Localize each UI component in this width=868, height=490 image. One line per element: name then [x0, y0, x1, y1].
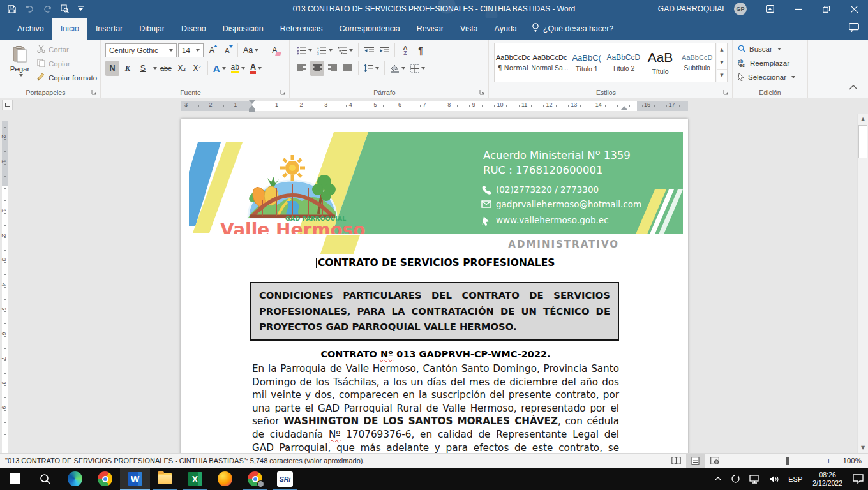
tab-dibujar[interactable]: Dibujar [131, 18, 173, 40]
close-button[interactable] [840, 0, 868, 18]
zoom-slider[interactable]: − + [735, 456, 831, 466]
tab-stop-selector[interactable] [2, 100, 13, 110]
grow-font-button[interactable]: A [205, 43, 219, 58]
cut-button[interactable]: Cortar [37, 43, 97, 56]
zoom-thumb[interactable] [786, 457, 789, 465]
style-titulo-1[interactable]: AaBbC(Título 1 [568, 43, 605, 82]
borders-button[interactable] [408, 61, 427, 76]
style-titulo[interactable]: AaBTítulo [642, 43, 679, 82]
scrollbar-thumb[interactable] [858, 125, 867, 158]
zoom-out-button[interactable]: − [735, 456, 740, 466]
collapse-ribbon-icon[interactable] [849, 81, 858, 93]
print-preview-icon[interactable] [61, 4, 69, 13]
format-painter-button[interactable]: Copiar formato [37, 71, 97, 84]
read-mode-button[interactable] [667, 454, 686, 468]
style-normal[interactable]: AaBbCcDc¶ Normal [495, 43, 532, 82]
network-icon[interactable] [745, 468, 765, 490]
tab-inicio[interactable]: Inicio [52, 18, 87, 40]
tab-ayuda[interactable]: Ayuda [486, 18, 525, 40]
redo-icon[interactable] [43, 5, 52, 13]
zoom-level[interactable]: 100% [837, 457, 862, 464]
tab-correspondencia[interactable]: Correspondencia [331, 18, 408, 40]
print-layout-button[interactable] [686, 454, 705, 468]
decrease-indent-button[interactable] [362, 43, 376, 58]
underline-button[interactable]: S [136, 61, 150, 76]
scroll-down-arrow[interactable]: ▼ [858, 442, 868, 453]
tell-me-box[interactable]: ¿Qué desea hacer? [532, 18, 614, 40]
tab-revisar[interactable]: Revisar [408, 18, 452, 40]
action-center-icon[interactable] [848, 468, 868, 490]
italic-button[interactable]: K [121, 61, 135, 76]
bold-button[interactable]: N [105, 61, 119, 76]
paste-button[interactable]: Pegar [5, 43, 34, 85]
shrink-font-button[interactable]: A [220, 43, 234, 58]
multilevel-list-button[interactable] [336, 43, 355, 58]
web-layout-button[interactable] [705, 454, 724, 468]
right-indent-marker[interactable] [621, 106, 627, 110]
copy-button[interactable]: Copiar [37, 57, 97, 70]
zoom-track[interactable] [744, 461, 821, 461]
minimize-button[interactable] [784, 0, 812, 18]
text-effects-button[interactable]: A [211, 61, 228, 76]
save-icon[interactable] [8, 5, 16, 13]
vertical-scrollbar[interactable]: ▲ ▼ [857, 114, 868, 453]
taskbar-chrome-profile-icon[interactable] [240, 468, 270, 490]
show-hidden-icons-chevron[interactable] [710, 468, 726, 490]
taskbar-sri-icon[interactable]: SRi [270, 468, 300, 490]
strikethrough-button[interactable]: abc [158, 61, 174, 76]
sort-button[interactable]: AZ [398, 43, 412, 58]
document-page[interactable]: GAD PARROQUIAL Valle Hermoso Acuerdo Min… [181, 119, 688, 453]
find-button[interactable]: Buscar [738, 43, 795, 55]
avatar[interactable]: GP [734, 3, 747, 15]
align-right-button[interactable] [326, 61, 340, 76]
taskbar-search-button[interactable] [30, 468, 60, 490]
language-indicator[interactable]: ESP [784, 468, 807, 490]
highlight-button[interactable]: ab [229, 61, 247, 76]
taskbar-word-icon[interactable]: W [120, 468, 150, 490]
customize-qat-icon[interactable] [78, 6, 84, 12]
align-center-button[interactable] [310, 61, 324, 76]
tab-archivo[interactable]: Archivo [9, 18, 52, 40]
subscript-button[interactable]: X₂ [175, 61, 189, 76]
first-line-indent-marker[interactable] [249, 100, 255, 104]
numbering-button[interactable]: 123 [315, 43, 334, 58]
font-name-combobox[interactable]: Century Gothic [105, 43, 177, 57]
styles-scroll-down[interactable]: ▼ [717, 56, 727, 69]
justify-button[interactable] [341, 61, 355, 76]
style-subtitulo[interactable]: AaBbCcDSubtítulo [678, 43, 715, 82]
style-titulo-2[interactable]: AaBbCcDTítulo 2 [605, 43, 642, 82]
taskbar-chrome-icon[interactable] [90, 468, 120, 490]
comments-icon[interactable] [849, 23, 859, 34]
account-name[interactable]: GAD PARROQUIAL [658, 4, 726, 13]
align-left-button[interactable] [295, 61, 309, 76]
tab-referencias[interactable]: Referencias [272, 18, 331, 40]
volume-icon[interactable] [765, 468, 784, 490]
ribbon-display-options-button[interactable] [756, 0, 784, 18]
styles-scroll-up[interactable]: ▲ [717, 43, 727, 56]
tab-disposicion[interactable]: Disposición [214, 18, 272, 40]
fuente-dialog-launcher[interactable] [280, 89, 287, 96]
superscript-button[interactable]: X² [190, 61, 204, 76]
change-case-button[interactable]: Aa [241, 43, 260, 58]
restore-button[interactable] [812, 0, 840, 18]
estilos-dialog-launcher[interactable] [722, 89, 730, 96]
scroll-up-arrow[interactable]: ▲ [858, 114, 868, 124]
zoom-in-button[interactable]: + [826, 456, 831, 466]
increase-indent-button[interactable] [377, 43, 391, 58]
tab-vista[interactable]: Vista [452, 18, 486, 40]
show-marks-button[interactable]: ¶ [414, 43, 428, 58]
line-spacing-button[interactable] [362, 61, 381, 76]
underline-caret[interactable] [153, 67, 157, 70]
portapapeles-dialog-launcher[interactable] [91, 89, 98, 96]
taskbar-firefox-icon[interactable] [210, 468, 240, 490]
shading-button[interactable] [388, 61, 407, 76]
bullets-button[interactable] [295, 43, 314, 58]
taskbar-excel-icon[interactable]: X [180, 468, 210, 490]
parrafo-dialog-launcher[interactable] [479, 89, 486, 96]
styles-gallery-more[interactable]: ▼ [717, 70, 727, 82]
font-size-combobox[interactable]: 14 [178, 43, 204, 57]
select-button[interactable]: Seleccionar [738, 71, 795, 83]
clock[interactable]: 08:26 2/12/2022 [807, 468, 848, 490]
onedrive-sync-icon[interactable] [726, 468, 745, 490]
left-indent-marker[interactable] [249, 109, 255, 112]
